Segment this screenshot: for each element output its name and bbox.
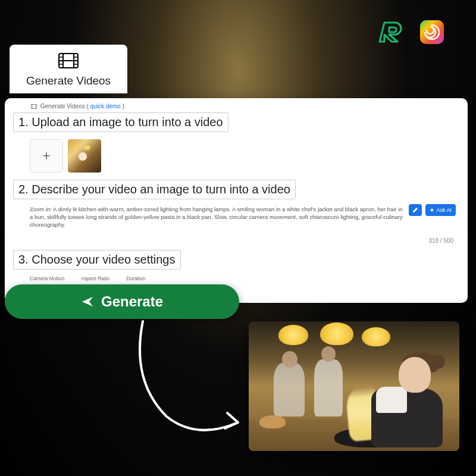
ask-ai-button[interactable]: Ask AI: [425, 204, 456, 216]
add-image-button[interactable]: +: [30, 139, 63, 173]
arrow-icon: [119, 309, 256, 440]
film-mini-icon: [31, 104, 37, 110]
card-header: Generate Videos: [10, 45, 127, 93]
description-row: Zoom in: A dimly lit kitchen with warm, …: [30, 204, 456, 229]
quick-demo-link[interactable]: quick demo: [90, 103, 121, 109]
r-logo-icon: [378, 18, 407, 46]
sparkle-icon: [430, 208, 434, 212]
svg-rect-9: [32, 104, 37, 108]
main-panel: Generate Videos ( quick demo ) 1. Upload…: [5, 98, 468, 303]
upload-row: +: [30, 139, 459, 173]
edit-button[interactable]: [409, 204, 422, 216]
duration-label: Duration: [126, 275, 145, 281]
film-icon: [58, 53, 79, 71]
description-text[interactable]: Zoom in: A dimly lit kitchen with warm, …: [30, 204, 405, 229]
pencil-icon: [412, 206, 419, 213]
camera-motion-label: Camera Motion: [30, 275, 64, 281]
step1-label: 1. Upload an image to turn into a video: [13, 112, 228, 132]
generate-button-label: Generate: [101, 293, 163, 310]
svg-rect-0: [420, 20, 444, 44]
logo-container: [378, 18, 446, 46]
uploaded-image-thumbnail[interactable]: [68, 139, 101, 173]
aspect-ratio-label: Aspect Ratio: [81, 275, 109, 281]
breadcrumb: Generate Videos ( quick demo ): [31, 103, 459, 110]
char-count: 318 / 500: [13, 237, 453, 244]
card-header-title: Generate Videos: [21, 74, 115, 87]
step3-label: 3. Choose your video settings: [13, 250, 181, 270]
send-icon: [81, 295, 94, 308]
result-image: [249, 321, 459, 451]
step2-label: 2. Describe your video an image to turn …: [13, 180, 296, 199]
spiral-logo-icon: [418, 18, 446, 46]
breadcrumb-text: Generate Videos: [40, 103, 85, 109]
ask-ai-label: Ask AI: [436, 207, 452, 213]
